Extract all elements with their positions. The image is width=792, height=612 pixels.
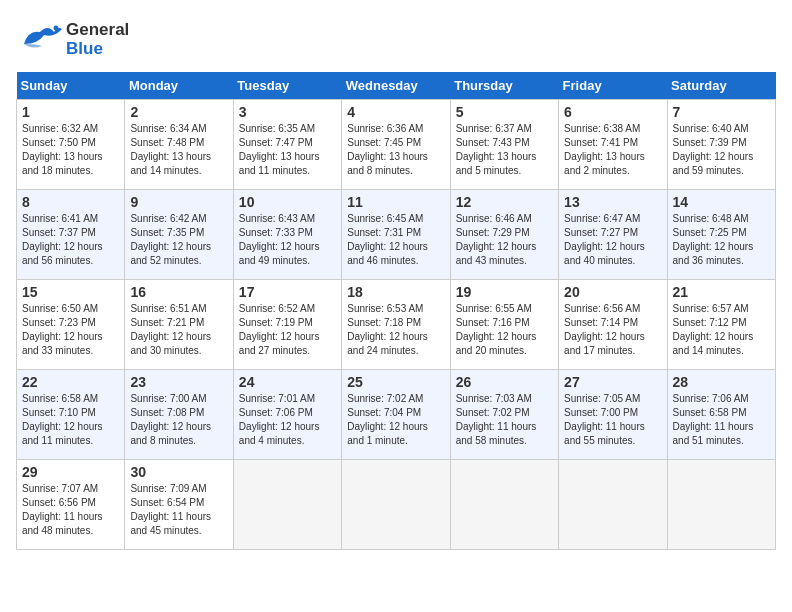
day-number: 22 (22, 374, 119, 390)
day-number: 18 (347, 284, 444, 300)
day-info: Sunrise: 7:09 AM Sunset: 6:54 PM Dayligh… (130, 482, 227, 538)
calendar-day-16: 16 Sunrise: 6:51 AM Sunset: 7:21 PM Dayl… (125, 280, 233, 370)
col-header-saturday: Saturday (667, 72, 775, 100)
day-number: 20 (564, 284, 661, 300)
calendar-week-row: 29 Sunrise: 7:07 AM Sunset: 6:56 PM Dayl… (17, 460, 776, 550)
col-header-wednesday: Wednesday (342, 72, 450, 100)
day-number: 6 (564, 104, 661, 120)
empty-cell (342, 460, 450, 550)
day-number: 4 (347, 104, 444, 120)
day-info: Sunrise: 7:01 AM Sunset: 7:06 PM Dayligh… (239, 392, 336, 448)
day-number: 26 (456, 374, 553, 390)
day-info: Sunrise: 6:36 AM Sunset: 7:45 PM Dayligh… (347, 122, 444, 178)
day-info: Sunrise: 6:40 AM Sunset: 7:39 PM Dayligh… (673, 122, 770, 178)
day-info: Sunrise: 6:51 AM Sunset: 7:21 PM Dayligh… (130, 302, 227, 358)
calendar-table: SundayMondayTuesdayWednesdayThursdayFrid… (16, 72, 776, 550)
day-number: 1 (22, 104, 119, 120)
day-info: Sunrise: 6:57 AM Sunset: 7:12 PM Dayligh… (673, 302, 770, 358)
calendar-day-7: 7 Sunrise: 6:40 AM Sunset: 7:39 PM Dayli… (667, 100, 775, 190)
day-number: 23 (130, 374, 227, 390)
calendar-day-15: 15 Sunrise: 6:50 AM Sunset: 7:23 PM Dayl… (17, 280, 125, 370)
day-info: Sunrise: 7:06 AM Sunset: 6:58 PM Dayligh… (673, 392, 770, 448)
calendar-day-22: 22 Sunrise: 6:58 AM Sunset: 7:10 PM Dayl… (17, 370, 125, 460)
calendar-week-row: 8 Sunrise: 6:41 AM Sunset: 7:37 PM Dayli… (17, 190, 776, 280)
day-number: 3 (239, 104, 336, 120)
day-info: Sunrise: 7:03 AM Sunset: 7:02 PM Dayligh… (456, 392, 553, 448)
calendar-day-11: 11 Sunrise: 6:45 AM Sunset: 7:31 PM Dayl… (342, 190, 450, 280)
empty-cell (233, 460, 341, 550)
day-number: 7 (673, 104, 770, 120)
day-info: Sunrise: 7:05 AM Sunset: 7:00 PM Dayligh… (564, 392, 661, 448)
day-number: 19 (456, 284, 553, 300)
calendar-day-20: 20 Sunrise: 6:56 AM Sunset: 7:14 PM Dayl… (559, 280, 667, 370)
calendar-week-row: 1 Sunrise: 6:32 AM Sunset: 7:50 PM Dayli… (17, 100, 776, 190)
calendar-day-5: 5 Sunrise: 6:37 AM Sunset: 7:43 PM Dayli… (450, 100, 558, 190)
calendar-day-17: 17 Sunrise: 6:52 AM Sunset: 7:19 PM Dayl… (233, 280, 341, 370)
day-number: 29 (22, 464, 119, 480)
calendar-week-row: 15 Sunrise: 6:50 AM Sunset: 7:23 PM Dayl… (17, 280, 776, 370)
day-number: 13 (564, 194, 661, 210)
calendar-day-4: 4 Sunrise: 6:36 AM Sunset: 7:45 PM Dayli… (342, 100, 450, 190)
day-number: 5 (456, 104, 553, 120)
empty-cell (450, 460, 558, 550)
calendar-day-29: 29 Sunrise: 7:07 AM Sunset: 6:56 PM Dayl… (17, 460, 125, 550)
day-info: Sunrise: 6:42 AM Sunset: 7:35 PM Dayligh… (130, 212, 227, 268)
empty-cell (559, 460, 667, 550)
day-info: Sunrise: 6:58 AM Sunset: 7:10 PM Dayligh… (22, 392, 119, 448)
day-number: 12 (456, 194, 553, 210)
day-info: Sunrise: 6:52 AM Sunset: 7:19 PM Dayligh… (239, 302, 336, 358)
calendar-day-1: 1 Sunrise: 6:32 AM Sunset: 7:50 PM Dayli… (17, 100, 125, 190)
calendar-day-8: 8 Sunrise: 6:41 AM Sunset: 7:37 PM Dayli… (17, 190, 125, 280)
calendar-day-24: 24 Sunrise: 7:01 AM Sunset: 7:06 PM Dayl… (233, 370, 341, 460)
day-number: 24 (239, 374, 336, 390)
day-info: Sunrise: 6:32 AM Sunset: 7:50 PM Dayligh… (22, 122, 119, 178)
day-info: Sunrise: 6:55 AM Sunset: 7:16 PM Dayligh… (456, 302, 553, 358)
day-number: 21 (673, 284, 770, 300)
svg-point-0 (54, 26, 59, 31)
day-number: 9 (130, 194, 227, 210)
calendar-day-6: 6 Sunrise: 6:38 AM Sunset: 7:41 PM Dayli… (559, 100, 667, 190)
day-number: 25 (347, 374, 444, 390)
logo-icon (16, 16, 66, 64)
day-number: 10 (239, 194, 336, 210)
day-info: Sunrise: 6:56 AM Sunset: 7:14 PM Dayligh… (564, 302, 661, 358)
day-info: Sunrise: 6:50 AM Sunset: 7:23 PM Dayligh… (22, 302, 119, 358)
calendar-day-27: 27 Sunrise: 7:05 AM Sunset: 7:00 PM Dayl… (559, 370, 667, 460)
day-number: 14 (673, 194, 770, 210)
day-info: Sunrise: 6:43 AM Sunset: 7:33 PM Dayligh… (239, 212, 336, 268)
calendar-day-21: 21 Sunrise: 6:57 AM Sunset: 7:12 PM Dayl… (667, 280, 775, 370)
calendar-day-28: 28 Sunrise: 7:06 AM Sunset: 6:58 PM Dayl… (667, 370, 775, 460)
day-info: Sunrise: 6:37 AM Sunset: 7:43 PM Dayligh… (456, 122, 553, 178)
day-info: Sunrise: 7:00 AM Sunset: 7:08 PM Dayligh… (130, 392, 227, 448)
day-number: 2 (130, 104, 227, 120)
day-info: Sunrise: 6:53 AM Sunset: 7:18 PM Dayligh… (347, 302, 444, 358)
calendar-day-2: 2 Sunrise: 6:34 AM Sunset: 7:48 PM Dayli… (125, 100, 233, 190)
day-info: Sunrise: 6:48 AM Sunset: 7:25 PM Dayligh… (673, 212, 770, 268)
day-info: Sunrise: 6:34 AM Sunset: 7:48 PM Dayligh… (130, 122, 227, 178)
logo: General Blue (16, 16, 129, 64)
day-number: 11 (347, 194, 444, 210)
day-number: 27 (564, 374, 661, 390)
day-info: Sunrise: 6:38 AM Sunset: 7:41 PM Dayligh… (564, 122, 661, 178)
calendar-day-25: 25 Sunrise: 7:02 AM Sunset: 7:04 PM Dayl… (342, 370, 450, 460)
day-number: 28 (673, 374, 770, 390)
calendar-day-3: 3 Sunrise: 6:35 AM Sunset: 7:47 PM Dayli… (233, 100, 341, 190)
calendar-day-10: 10 Sunrise: 6:43 AM Sunset: 7:33 PM Dayl… (233, 190, 341, 280)
calendar-day-9: 9 Sunrise: 6:42 AM Sunset: 7:35 PM Dayli… (125, 190, 233, 280)
empty-cell (667, 460, 775, 550)
day-info: Sunrise: 7:07 AM Sunset: 6:56 PM Dayligh… (22, 482, 119, 538)
calendar-header-row: SundayMondayTuesdayWednesdayThursdayFrid… (17, 72, 776, 100)
page-header: General Blue (16, 16, 776, 64)
calendar-day-23: 23 Sunrise: 7:00 AM Sunset: 7:08 PM Dayl… (125, 370, 233, 460)
col-header-thursday: Thursday (450, 72, 558, 100)
day-info: Sunrise: 7:02 AM Sunset: 7:04 PM Dayligh… (347, 392, 444, 448)
day-number: 15 (22, 284, 119, 300)
calendar-day-18: 18 Sunrise: 6:53 AM Sunset: 7:18 PM Dayl… (342, 280, 450, 370)
col-header-friday: Friday (559, 72, 667, 100)
day-number: 30 (130, 464, 227, 480)
col-header-sunday: Sunday (17, 72, 125, 100)
logo-text-block: General Blue (66, 21, 129, 58)
col-header-monday: Monday (125, 72, 233, 100)
calendar-day-30: 30 Sunrise: 7:09 AM Sunset: 6:54 PM Dayl… (125, 460, 233, 550)
calendar-day-26: 26 Sunrise: 7:03 AM Sunset: 7:02 PM Dayl… (450, 370, 558, 460)
